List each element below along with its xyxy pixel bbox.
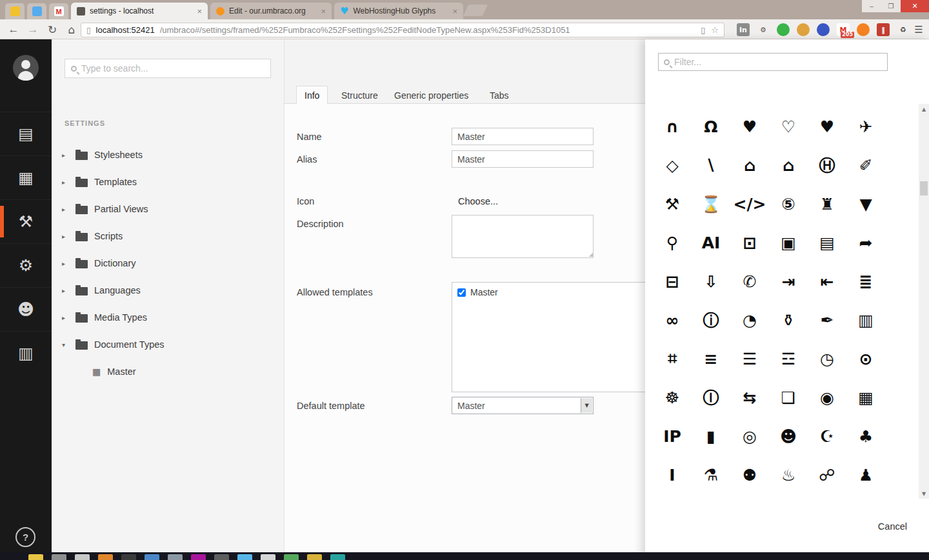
tree-item[interactable]: ▸ Templates bbox=[52, 168, 284, 195]
popsicle[interactable]: ⚲ bbox=[653, 223, 692, 262]
default-template-select[interactable]: Master ▼ bbox=[452, 397, 594, 414]
tree-item[interactable]: ▸ Languages bbox=[52, 277, 284, 304]
taskbar-app-icon[interactable] bbox=[168, 554, 183, 560]
newspaper[interactable]: ▦ bbox=[846, 378, 885, 417]
taskbar-app-icon[interactable] bbox=[145, 554, 159, 560]
illustrator[interactable]: AI bbox=[692, 223, 730, 262]
compass[interactable]: ◉ bbox=[808, 378, 846, 417]
tree-item-document-types[interactable]: ▾ Document Types bbox=[52, 331, 284, 358]
alias-input[interactable] bbox=[452, 150, 594, 168]
chevron-right-icon[interactable]: ▸ bbox=[62, 287, 69, 294]
stack[interactable]: ❏ bbox=[769, 378, 808, 417]
infinity[interactable]: ∞ bbox=[653, 301, 692, 339]
chevron-down-icon[interactable]: ▼ bbox=[581, 398, 592, 413]
headphones[interactable]: ∩ bbox=[653, 107, 692, 146]
ink[interactable]: ⚱ bbox=[769, 301, 808, 339]
insert-template[interactable]: ≡ bbox=[692, 339, 730, 378]
gmail-pinned-tab[interactable]: M bbox=[49, 3, 68, 19]
ip[interactable]: IP bbox=[653, 417, 692, 455]
name-input[interactable] bbox=[452, 128, 594, 145]
hydrant[interactable]: ♜ bbox=[808, 185, 846, 223]
jar[interactable]: ⚗ bbox=[692, 455, 730, 494]
chevron-right-icon[interactable]: ▸ bbox=[62, 233, 69, 240]
tree-item[interactable]: ▸ Dictionary bbox=[52, 250, 284, 277]
search-input[interactable] bbox=[81, 63, 265, 74]
reader-mode-icon[interactable]: ▯ bbox=[701, 25, 705, 35]
reload-button[interactable]: ↻ bbox=[44, 21, 61, 38]
window-maximize-button[interactable]: ❐ bbox=[881, 0, 901, 12]
members-section[interactable]: ▥ bbox=[0, 331, 52, 375]
smartphone[interactable]: ▮ bbox=[692, 417, 730, 455]
tab-structure[interactable]: Structure bbox=[334, 86, 386, 105]
cancel-button[interactable]: Cancel bbox=[878, 521, 907, 532]
headset[interactable]: Ω bbox=[692, 107, 730, 146]
html[interactable]: </> bbox=[730, 185, 769, 223]
injection[interactable]: ✐ bbox=[846, 146, 885, 185]
back-button[interactable]: ← bbox=[5, 21, 22, 38]
taskbar-app-icon[interactable] bbox=[237, 554, 252, 560]
close-tab-icon[interactable]: × bbox=[197, 6, 202, 16]
help-button[interactable]: ? bbox=[15, 527, 35, 547]
text-wrap[interactable]: ☰ bbox=[730, 339, 769, 378]
chevron-down-icon[interactable]: ▾ bbox=[62, 341, 69, 348]
palm-island[interactable]: ♣ bbox=[846, 417, 885, 455]
invoice[interactable]: ≣ bbox=[846, 262, 885, 301]
scroll-down-icon[interactable]: ▼ bbox=[919, 488, 929, 499]
ipod[interactable]: ◎ bbox=[730, 417, 769, 455]
html5[interactable]: ⑤ bbox=[769, 185, 808, 223]
linkedin-extension[interactable]: In bbox=[737, 23, 750, 36]
inbox-download[interactable]: ⇩ bbox=[692, 262, 730, 301]
forward-button[interactable]: → bbox=[25, 21, 41, 38]
taskbar-app-icon[interactable] bbox=[98, 554, 113, 560]
tab-our-umbraco[interactable]: Edit - our.umbraco.org × bbox=[210, 3, 332, 19]
inbox[interactable]: ⊟ bbox=[653, 262, 692, 301]
text-wrap-alt[interactable]: ☲ bbox=[769, 339, 808, 378]
home-button[interactable]: ⌂ bbox=[63, 21, 80, 38]
taskbar-app-icon[interactable] bbox=[214, 554, 229, 560]
browser-menu-icon[interactable]: ☰ bbox=[911, 21, 926, 38]
indent-left[interactable]: ⇤ bbox=[808, 262, 846, 301]
green-circle-extension[interactable] bbox=[777, 23, 790, 36]
image[interactable]: ▣ bbox=[769, 223, 808, 262]
tree-item[interactable]: ▸ Partial Views bbox=[52, 195, 284, 223]
bookmark-star-icon[interactable]: ☆ bbox=[711, 25, 719, 35]
allowed-template-checkbox[interactable] bbox=[457, 288, 466, 297]
insert-time[interactable]: ◷ bbox=[808, 339, 846, 378]
taskbar-app-icon[interactable] bbox=[28, 554, 43, 560]
tree-item[interactable]: ▸ Scripts bbox=[52, 223, 284, 250]
java-coffee[interactable]: ♨ bbox=[769, 455, 808, 494]
hexagon[interactable]: ◇ bbox=[653, 146, 692, 185]
scrollbar-thumb[interactable] bbox=[920, 181, 928, 195]
scroll-up-icon[interactable]: ▲ bbox=[919, 104, 929, 114]
tree-item[interactable]: ▸ Stylesheets bbox=[52, 141, 284, 168]
choose-icon-link[interactable]: Choose... bbox=[458, 196, 498, 206]
window-close-button[interactable]: ✕ bbox=[901, 0, 929, 12]
import[interactable]: ➦ bbox=[846, 223, 885, 262]
crescent-star[interactable]: ☪ bbox=[808, 417, 846, 455]
icon-panel-scrollbar[interactable]: ▲ ▼ bbox=[919, 104, 929, 499]
id-card[interactable]: ▤ bbox=[808, 223, 846, 262]
taskbar-app-icon[interactable] bbox=[121, 554, 136, 560]
hospital[interactable]: Ⓗ bbox=[808, 146, 846, 185]
image-crop[interactable]: ⌗ bbox=[653, 339, 692, 378]
hockey-mask[interactable]: ⚉ bbox=[730, 455, 769, 494]
users-section[interactable]: ☻ bbox=[0, 287, 52, 331]
heart[interactable]: ♥ bbox=[730, 107, 769, 146]
tab-tabs[interactable]: Tabs bbox=[482, 86, 517, 105]
shield-extension[interactable] bbox=[817, 23, 830, 36]
info-outline[interactable]: Ⓘ bbox=[692, 378, 730, 417]
allowed-template-row[interactable]: Master bbox=[457, 287, 647, 297]
tab-settings-localhost[interactable]: settings - localhost × bbox=[71, 3, 208, 19]
knot[interactable]: ☍ bbox=[808, 455, 846, 494]
pie-chart[interactable]: ◔ bbox=[730, 301, 769, 339]
taskbar-app-icon[interactable] bbox=[284, 554, 299, 560]
cat-pinned-tab[interactable] bbox=[5, 3, 25, 19]
window-minimize-button[interactable]: – bbox=[862, 0, 881, 12]
heart-outline[interactable]: ♡ bbox=[769, 107, 808, 146]
hammer[interactable]: ⚒ bbox=[653, 185, 692, 223]
indent-right[interactable]: ⇥ bbox=[769, 262, 808, 301]
tree-search-box[interactable] bbox=[65, 59, 271, 78]
taskbar-app-icon[interactable] bbox=[75, 554, 90, 560]
info[interactable]: ⓘ bbox=[692, 301, 730, 339]
hockey-stick[interactable]: ∖ bbox=[692, 146, 730, 185]
